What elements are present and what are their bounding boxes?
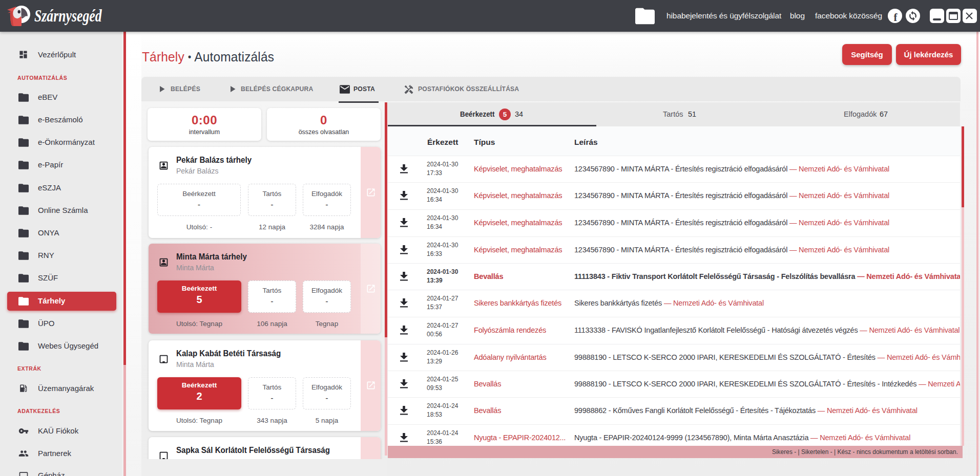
svg-text:f: f <box>894 11 898 24</box>
